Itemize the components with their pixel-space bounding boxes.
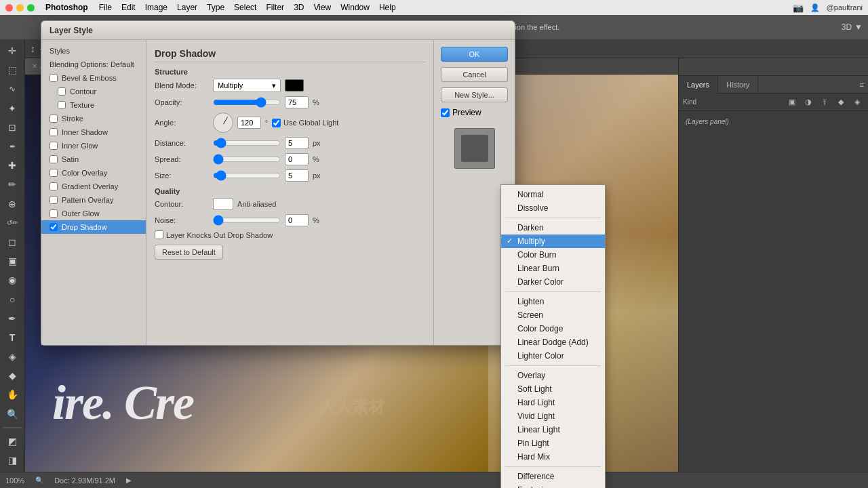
sidebar-bevel-emboss[interactable]: Bevel & Emboss xyxy=(41,71,146,85)
menu-layer[interactable]: Layer xyxy=(177,3,197,12)
ok-button[interactable]: OK xyxy=(441,47,508,62)
distance-slider[interactable] xyxy=(213,138,281,148)
satin-checkbox[interactable] xyxy=(50,155,58,163)
hand-tool[interactable]: ✋ xyxy=(3,386,22,403)
shape-tool[interactable]: ◆ xyxy=(3,367,22,384)
spread-input[interactable] xyxy=(285,153,309,165)
zoom-tool[interactable]: 🔍 xyxy=(3,405,22,423)
blend-hard-light[interactable]: Hard Light xyxy=(501,396,605,409)
move-tool[interactable]: ✛ xyxy=(3,42,22,60)
sidebar-stroke[interactable]: Stroke xyxy=(41,112,146,125)
sidebar-satin[interactable]: Satin xyxy=(41,152,146,166)
opacity-input[interactable] xyxy=(285,96,309,108)
texture-checkbox[interactable] xyxy=(58,101,66,109)
gradient-overlay-checkbox[interactable] xyxy=(50,182,58,190)
crop-tool[interactable]: ⊡ xyxy=(3,119,22,136)
stroke-checkbox[interactable] xyxy=(50,115,58,123)
outer-glow-checkbox[interactable] xyxy=(50,209,58,218)
menu-view[interactable]: View xyxy=(313,3,331,12)
eyedropper-tool[interactable]: ✒ xyxy=(3,138,22,155)
wand-tool[interactable]: ✦ xyxy=(3,100,22,117)
sidebar-inner-glow[interactable]: Inner Glow xyxy=(41,139,146,152)
menu-help[interactable]: Help xyxy=(379,3,396,12)
blend-darker-color[interactable]: Darker Color xyxy=(501,275,605,289)
eraser-tool[interactable]: ◻ xyxy=(3,233,22,251)
history-tab[interactable]: History xyxy=(718,76,758,94)
sidebar-drop-shadow[interactable]: Drop Shadow xyxy=(41,220,146,234)
drop-shadow-checkbox[interactable] xyxy=(50,223,58,231)
size-input[interactable] xyxy=(285,169,309,182)
color-overlay-checkbox[interactable] xyxy=(50,169,58,177)
blend-overlay[interactable]: Overlay xyxy=(501,369,605,382)
reset-to-default-button[interactable]: Reset to Default xyxy=(155,245,223,260)
noise-input[interactable] xyxy=(285,214,309,226)
layer-filter-shape[interactable]: ◆ xyxy=(834,96,848,109)
opacity-slider[interactable] xyxy=(213,97,281,108)
contour-checkbox[interactable] xyxy=(58,87,66,96)
type-tool[interactable]: T xyxy=(3,329,22,346)
maximize-button[interactable] xyxy=(27,4,35,12)
3d-mode[interactable]: 3D ▼ xyxy=(842,22,863,32)
contour-preview[interactable] xyxy=(213,198,233,210)
inner-glow-checkbox[interactable] xyxy=(50,142,58,150)
history-brush-tool[interactable]: ↺✏ xyxy=(3,214,22,232)
blend-linear-light[interactable]: Linear Light xyxy=(501,423,605,436)
blend-exclusion[interactable]: Exclusion xyxy=(501,483,605,488)
new-style-button[interactable]: New Style... xyxy=(441,87,508,102)
menu-filter[interactable]: Filter xyxy=(266,3,284,12)
marquee-tool[interactable]: ⬚ xyxy=(3,61,22,79)
pen-tool[interactable]: ✒ xyxy=(3,310,22,327)
size-slider[interactable] xyxy=(213,170,281,181)
lasso-tool[interactable]: ∿ xyxy=(3,80,22,98)
blend-screen[interactable]: Screen xyxy=(501,308,605,322)
menu-window[interactable]: Window xyxy=(340,3,370,12)
menu-edit[interactable]: Edit xyxy=(121,3,136,12)
blend-soft-light[interactable]: Soft Light xyxy=(501,382,605,396)
pattern-overlay-checkbox[interactable] xyxy=(50,196,58,204)
menu-select[interactable]: Select xyxy=(234,3,256,12)
blend-linear-dodge[interactable]: Linear Dodge (Add) xyxy=(501,336,605,349)
blend-mode-color[interactable] xyxy=(285,79,304,92)
properties-tab[interactable]: Layers xyxy=(679,76,718,94)
blend-lighter-color[interactable]: Lighter Color xyxy=(501,349,605,363)
blend-linear-burn[interactable]: Linear Burn xyxy=(501,262,605,275)
sidebar-styles[interactable]: Styles xyxy=(41,44,146,58)
sidebar-pattern-overlay[interactable]: Pattern Overlay xyxy=(41,193,146,207)
menu-file[interactable]: File xyxy=(99,3,112,12)
blur-tool[interactable]: ◉ xyxy=(3,271,22,289)
blend-pin-light[interactable]: Pin Light xyxy=(501,436,605,450)
healing-tool[interactable]: ✚ xyxy=(3,157,22,174)
dodge-tool[interactable]: ○ xyxy=(3,290,22,308)
tab-close-icon[interactable]: ✕ xyxy=(32,62,37,70)
blend-mode-dropdown[interactable]: Multiply ▾ xyxy=(213,79,281,92)
layer-filter-adj[interactable]: ◑ xyxy=(802,96,815,109)
menu-type[interactable]: Type xyxy=(207,3,224,12)
gradient-tool[interactable]: ▣ xyxy=(3,252,22,270)
brush-tool[interactable]: ✏ xyxy=(3,176,22,193)
bevel-checkbox[interactable] xyxy=(50,74,58,82)
distance-input[interactable] xyxy=(285,137,309,149)
sidebar-color-overlay[interactable]: Color Overlay xyxy=(41,166,146,180)
blend-vivid-light[interactable]: Vivid Light xyxy=(501,409,605,423)
stamp-tool[interactable]: ⊕ xyxy=(3,195,22,213)
layer-filter-smart[interactable]: ◈ xyxy=(850,96,864,109)
blend-dissolve[interactable]: Dissolve xyxy=(501,201,605,215)
close-button[interactable] xyxy=(5,4,13,12)
blend-color-dodge[interactable]: Color Dodge xyxy=(501,322,605,336)
layer-filter-pixel[interactable]: ▣ xyxy=(785,96,799,109)
menu-image[interactable]: Image xyxy=(145,3,167,12)
cancel-button[interactable]: Cancel xyxy=(441,67,508,82)
angle-input[interactable] xyxy=(237,117,261,129)
preview-checkbox[interactable] xyxy=(441,108,450,117)
inner-shadow-checkbox[interactable] xyxy=(50,128,58,136)
sidebar-outer-glow[interactable]: Outer Glow xyxy=(41,207,146,220)
sidebar-blending-options[interactable]: Blending Options: Default xyxy=(41,58,146,71)
sidebar-inner-shadow[interactable]: Inner Shadow xyxy=(41,125,146,139)
noise-slider[interactable] xyxy=(213,215,281,226)
quick-mask-tool[interactable]: ◨ xyxy=(3,451,22,469)
spread-slider[interactable] xyxy=(213,154,281,165)
blend-color-burn[interactable]: Color Burn xyxy=(501,248,605,262)
blend-normal[interactable]: Normal xyxy=(501,188,605,201)
menu-3d[interactable]: 3D xyxy=(294,3,304,12)
sidebar-contour[interactable]: Contour xyxy=(41,85,146,98)
